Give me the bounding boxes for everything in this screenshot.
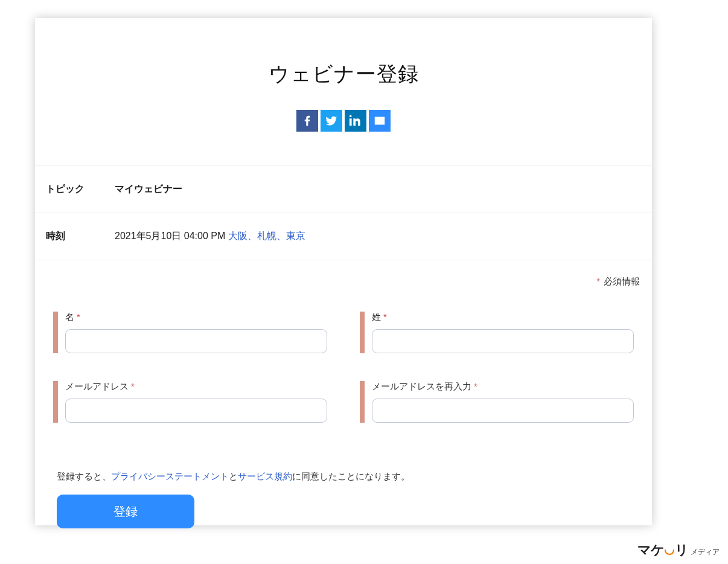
webinar-info: トピック マイウェビナー 時刻 2021年5月10日 04:00 PM 大阪、札… [35, 165, 652, 260]
required-note-text: 必須情報 [604, 276, 640, 286]
registration-panel: ウェビナー登録 トピック マイウェビナー 時刻 2021年5月10日 04:00… [35, 18, 652, 525]
smile-icon [665, 550, 674, 555]
time-text: 2021年5月10日 04:00 PM [115, 231, 228, 241]
required-note: *必須情報 [35, 276, 652, 287]
register-button[interactable]: 登録 [57, 495, 194, 528]
time-row: 時刻 2021年5月10日 04:00 PM 大阪、札幌、東京 [35, 213, 652, 260]
asterisk-icon: * [131, 381, 135, 391]
time-label: 時刻 [46, 230, 115, 243]
watermark-sub: メディア [691, 547, 720, 557]
watermark-brand: マケリ [637, 541, 688, 559]
watermark: マケリ メディア [637, 541, 720, 559]
email-input[interactable] [65, 399, 327, 423]
email-confirm-label: メールアドレスを再入力* [372, 381, 634, 393]
asterisk-icon: * [474, 381, 477, 391]
agreement-text: 登録すると、プライバシーステートメントとサービス規約に同意したことになります。 [35, 471, 652, 482]
email-icon[interactable] [369, 110, 391, 132]
email-confirm-field: メールアドレスを再入力* [360, 381, 634, 423]
registration-form: 名* 姓* メールアドレス* メールアドレスを再入力* [35, 312, 652, 423]
terms-link[interactable]: サービス規約 [238, 471, 292, 481]
asterisk-icon: * [596, 276, 600, 286]
time-value: 2021年5月10日 04:00 PM 大阪、札幌、東京 [115, 230, 305, 243]
last-name-input[interactable] [372, 329, 634, 353]
first-name-field: 名* [53, 312, 327, 353]
first-name-input[interactable] [65, 329, 327, 353]
topic-row: トピック マイウェビナー [35, 166, 652, 213]
privacy-link[interactable]: プライバシーステートメント [111, 471, 229, 481]
last-name-field: 姓* [360, 312, 634, 353]
email-field: メールアドレス* [53, 381, 327, 423]
topic-value: マイウェビナー [115, 183, 182, 196]
email-label: メールアドレス* [65, 381, 327, 393]
asterisk-icon: * [383, 312, 387, 322]
social-share-row [35, 110, 652, 132]
facebook-icon[interactable] [296, 110, 318, 132]
timezone-link[interactable]: 大阪、札幌、東京 [228, 231, 305, 241]
first-name-label: 名* [65, 312, 327, 323]
email-confirm-input[interactable] [372, 399, 634, 423]
twitter-icon[interactable] [321, 110, 342, 132]
page-title: ウェビナー登録 [35, 60, 652, 88]
asterisk-icon: * [77, 312, 80, 322]
last-name-label: 姓* [372, 312, 634, 323]
linkedin-icon[interactable] [345, 110, 366, 132]
topic-label: トピック [46, 183, 115, 196]
